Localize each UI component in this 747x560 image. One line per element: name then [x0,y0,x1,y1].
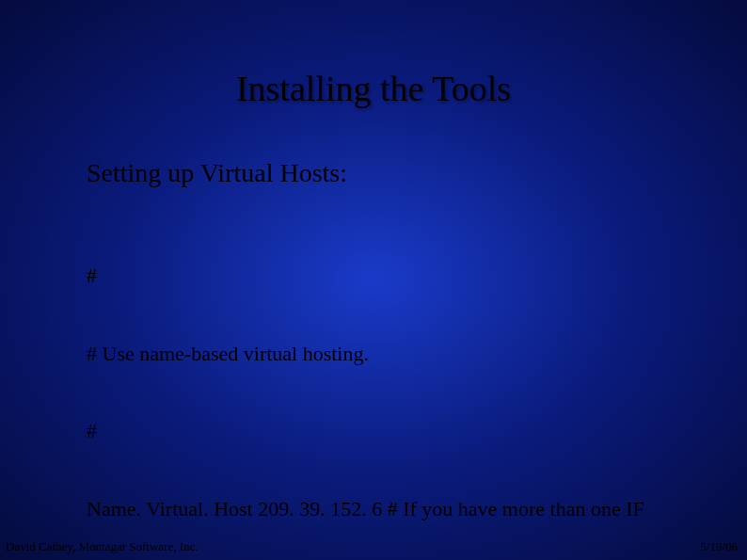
config-line: # [87,263,747,289]
slide-title: Installing the Tools [0,0,747,109]
footer: David Cathey, Montagar Software, Inc. 5/… [6,539,738,554]
slide-subtitle: Setting up Virtual Hosts: [87,158,747,188]
footer-date: 5/19/06 [700,539,738,554]
slide: Installing the Tools Setting up Virtual … [0,0,747,560]
footer-author: David Cathey, Montagar Software, Inc. [6,539,199,554]
config-line: # Use name-based virtual hosting. [87,341,747,367]
config-line: Name. Virtual. Host 209. 39. 152. 6 # If… [87,496,747,522]
config-block-1: # # Use name-based virtual hosting. # Na… [87,211,747,560]
config-line: # [87,418,747,444]
